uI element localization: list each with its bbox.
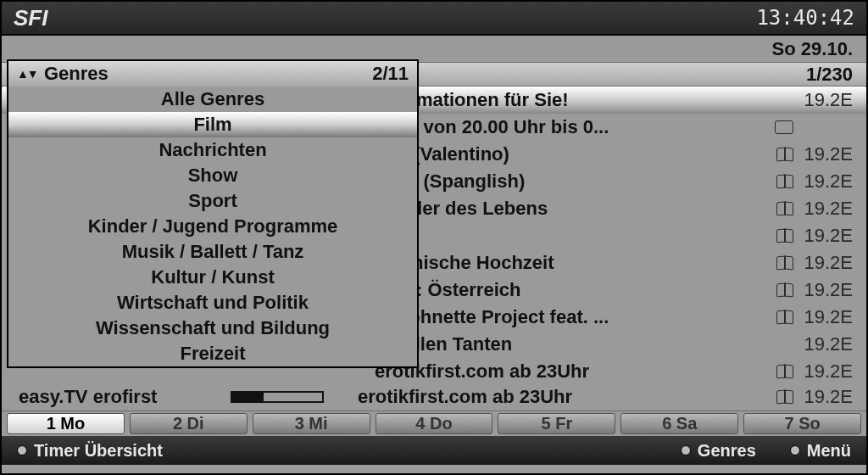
program-title: glish (Spanglish)	[375, 170, 770, 193]
satellite-label: 19.2E	[793, 198, 853, 220]
popup-header: ▲▼ Genres 2/11	[8, 61, 417, 87]
genre-item[interactable]: Show	[8, 163, 417, 188]
genre-item[interactable]: Sport	[8, 188, 417, 214]
satellite-label: 19.2E	[793, 89, 853, 111]
program-title: talienische Hochzeit	[375, 252, 770, 274]
day-tabs[interactable]: 1 Mo2 Di3 Mi4 Do5 Fr6 Sa7 So	[2, 411, 866, 436]
book-icon	[776, 202, 793, 215]
genre-item[interactable]: Kultur / Kunst	[8, 265, 417, 290]
app-title: SFI	[14, 5, 47, 31]
day-tab[interactable]: 5 Fr	[498, 413, 615, 434]
program-title: Informationen für Sie!	[375, 89, 787, 111]
menu-label: Menü	[807, 441, 851, 461]
satellite-label: 19.2E	[793, 225, 853, 247]
genre-item[interactable]: Wirtschaft und Politik	[8, 290, 417, 316]
genre-item[interactable]: Film	[8, 112, 417, 137]
satellite-label: 19.2E	[793, 143, 853, 165]
yellow-dot-icon	[681, 445, 691, 455]
popup-count: 2/11	[372, 63, 409, 85]
book-icon	[776, 283, 793, 297]
updown-arrows-icon: ▲▼	[17, 67, 37, 81]
day-tab[interactable]: 6 Sa	[620, 413, 738, 434]
book-icon	[776, 256, 793, 270]
book-icon	[776, 148, 793, 161]
genre-item[interactable]: Kinder / Jugend Programme	[8, 214, 417, 239]
date-label: So 29.10.	[772, 38, 853, 60]
genre-item[interactable]: Freizeit	[8, 341, 417, 366]
day-tab[interactable]: 7 So	[743, 413, 861, 434]
titlebar: SFI 13:40:42	[2, 2, 866, 36]
program-title: ns	[375, 225, 770, 247]
book-icon	[776, 390, 793, 404]
program-title: amm von 20.00 Uhr bis 0...	[375, 116, 768, 138]
timer-overview-button[interactable]: Timer Übersicht	[8, 441, 171, 461]
clock: 13:40:42	[756, 6, 854, 30]
book-icon	[776, 310, 793, 324]
popup-list[interactable]: Alle GenresFilmNachrichtenShowSportKinde…	[8, 87, 417, 366]
genres-popup[interactable]: ▲▼ Genres 2/11 Alle GenresFilmNachrichte…	[7, 59, 419, 368]
day-tab[interactable]: 2 Di	[130, 413, 248, 434]
book-icon	[776, 229, 793, 243]
genres-label: Genres	[698, 441, 756, 461]
day-tab[interactable]: 3 Mi	[253, 413, 370, 434]
satellite-label: 19.2E	[793, 252, 853, 274]
list-position: 1/230	[806, 64, 853, 86]
channel-program-title: erotikfirst.com ab 23Uhr	[358, 386, 770, 408]
satellite-label: 19.2E	[793, 333, 853, 355]
popup-title: Genres	[37, 63, 372, 85]
day-tab[interactable]: 4 Do	[376, 413, 493, 434]
program-title: ckey: Österreich	[375, 279, 770, 301]
program-title: DeJohnette Project feat. ...	[375, 306, 770, 328]
satellite-label: 19.2E	[793, 279, 853, 301]
timer-overview-label: Timer Übersicht	[34, 441, 163, 461]
red-dot-icon	[17, 445, 27, 455]
channel-row[interactable]: easy.TV erofirsterotikfirst.com ab 23Uhr…	[2, 383, 866, 411]
tv-icon	[775, 120, 793, 134]
satellite-label: 19.2E	[793, 306, 853, 328]
book-icon	[776, 175, 793, 188]
bottom-bar: Timer Übersicht Genres Menü	[2, 436, 866, 465]
program-title: re tollen Tanten	[375, 333, 787, 355]
progress-bar	[231, 391, 324, 403]
satellite-label: 19.2E	[793, 386, 853, 408]
genres-button[interactable]: Genres	[672, 441, 765, 461]
genre-item[interactable]: Nachrichten	[8, 137, 417, 163]
genre-item[interactable]: Wissenschaft und Bildung	[8, 316, 417, 341]
menu-button[interactable]: Menü	[782, 441, 860, 461]
channel-name: easy.TV erofirst	[19, 386, 231, 408]
program-title: Nunder des Lebens	[375, 198, 770, 220]
genre-item[interactable]: Alle Genres	[8, 87, 417, 112]
genre-item[interactable]: Musik / Ballett / Tanz	[8, 239, 417, 265]
program-title: tino (Valentino)	[375, 143, 770, 165]
day-tab[interactable]: 1 Mo	[7, 413, 125, 434]
blue-dot-icon	[790, 445, 800, 455]
satellite-label: 19.2E	[793, 170, 853, 193]
